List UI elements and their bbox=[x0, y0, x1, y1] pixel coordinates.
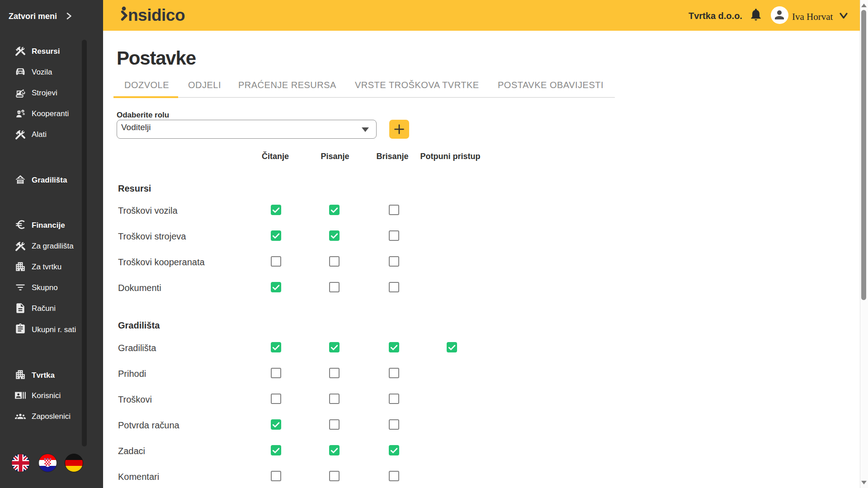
svg-text:nsidico: nsidico bbox=[128, 6, 185, 24]
